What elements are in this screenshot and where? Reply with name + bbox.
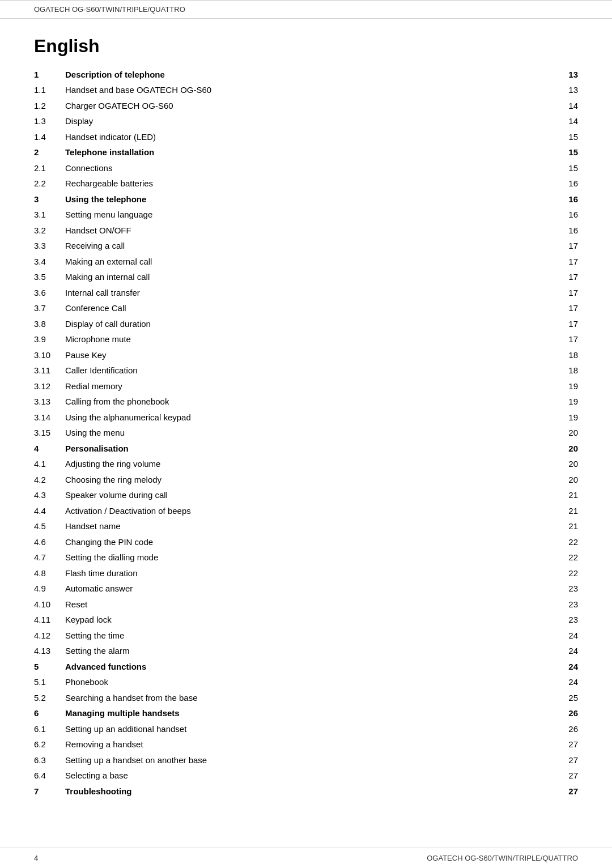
- toc-title: Handset indicator (LED): [65, 129, 547, 145]
- toc-num: 6.4: [34, 768, 65, 784]
- toc-title: Changing the PIN code: [65, 534, 547, 550]
- toc-num: 1.1: [34, 83, 65, 99]
- toc-page: 17: [547, 254, 578, 270]
- toc-page: 15: [547, 129, 578, 145]
- toc-page: 20: [547, 441, 578, 457]
- toc-row: 3.6Internal call transfer17: [34, 285, 578, 301]
- toc-page: 13: [547, 83, 578, 99]
- toc-title: Internal call transfer: [65, 285, 547, 301]
- toc-title: Connections: [65, 160, 547, 176]
- toc-page: 21: [547, 503, 578, 519]
- toc-title: Troubleshooting: [65, 784, 547, 799]
- toc-num: 6.3: [34, 752, 65, 768]
- toc-row: 3.4Making an external call17: [34, 254, 578, 270]
- toc-num: 4.2: [34, 472, 65, 488]
- toc-row: 5.1Phonebook24: [34, 675, 578, 691]
- toc-page: 19: [547, 394, 578, 410]
- toc-page: 26: [547, 706, 578, 722]
- page-title: English: [34, 36, 578, 57]
- toc-page: 20: [547, 457, 578, 473]
- toc-page: 27: [547, 784, 578, 799]
- toc-num: 4.11: [34, 612, 65, 628]
- toc-row: 3.13Calling from the phonebook19: [34, 394, 578, 410]
- toc-title: Handset ON/OFF: [65, 223, 547, 239]
- toc-page: 24: [547, 644, 578, 659]
- toc-title: Flash time duration: [65, 565, 547, 581]
- toc-page: 14: [547, 98, 578, 114]
- toc-title: Conference Call: [65, 301, 547, 317]
- toc-title: Using the menu: [65, 426, 547, 441]
- toc-page: 16: [547, 176, 578, 192]
- toc-num: 5.1: [34, 675, 65, 691]
- toc-num: 3.15: [34, 426, 65, 441]
- toc-num: 4.12: [34, 628, 65, 644]
- toc-row: 6.1Setting up an additional handset26: [34, 721, 578, 737]
- toc-num: 4.8: [34, 565, 65, 581]
- toc-num: 3.3: [34, 239, 65, 254]
- toc-title: Automatic answer: [65, 581, 547, 597]
- toc-row: 4Personalisation20: [34, 441, 578, 457]
- toc-page: 17: [547, 239, 578, 254]
- toc-row: 2Telephone installation15: [34, 145, 578, 161]
- toc-num: 3.7: [34, 301, 65, 317]
- toc-num: 4.3: [34, 488, 65, 504]
- toc-page: 15: [547, 160, 578, 176]
- toc-row: 6Managing multiple handsets26: [34, 706, 578, 722]
- toc-row: 4.12Setting the time24: [34, 628, 578, 644]
- toc-page: 24: [547, 628, 578, 644]
- toc-num: 4.7: [34, 550, 65, 566]
- toc-row: 7Troubleshooting27: [34, 784, 578, 799]
- toc-page: 17: [547, 270, 578, 286]
- toc-row: 2.1Connections15: [34, 160, 578, 176]
- toc-num: 1: [34, 67, 65, 83]
- toc-row: 3.12Redial memory19: [34, 378, 578, 394]
- toc-title: Phonebook: [65, 675, 547, 691]
- toc-row: 4.6Changing the PIN code22: [34, 534, 578, 550]
- toc-row: 1.1Handset and base OGATECH OG-S6013: [34, 83, 578, 99]
- toc-row: 3.11Caller Identification18: [34, 363, 578, 379]
- toc-num: 4.9: [34, 581, 65, 597]
- toc-title: Using the alphanumerical keypad: [65, 410, 547, 426]
- toc-title: Advanced functions: [65, 659, 547, 675]
- toc-page: 20: [547, 472, 578, 488]
- toc-title: Selecting a base: [65, 768, 547, 784]
- toc-title: Handset and base OGATECH OG-S60: [65, 83, 547, 99]
- toc-row: 3.3Receiving a call17: [34, 239, 578, 254]
- toc-num: 4.1: [34, 457, 65, 473]
- toc-title: Caller Identification: [65, 363, 547, 379]
- toc-row: 2.2Rechargeable batteries16: [34, 176, 578, 192]
- toc-title: Adjusting the ring volume: [65, 457, 547, 473]
- toc-title: Handset name: [65, 519, 547, 535]
- toc-page: 16: [547, 223, 578, 239]
- toc-num: 3.11: [34, 363, 65, 379]
- toc-title: Rechargeable batteries: [65, 176, 547, 192]
- header-text: OGATECH OG-S60/TWIN/TRIPLE/QUATTRO: [34, 5, 185, 14]
- toc-page: 17: [547, 285, 578, 301]
- toc-num: 5: [34, 659, 65, 675]
- toc-title: Reset: [65, 597, 547, 612]
- toc-page: 22: [547, 534, 578, 550]
- toc-num: 2.1: [34, 160, 65, 176]
- toc-page: 16: [547, 192, 578, 207]
- toc-title: Choosing the ring melody: [65, 472, 547, 488]
- toc-num: 3.6: [34, 285, 65, 301]
- toc-title: Calling from the phonebook: [65, 394, 547, 410]
- toc-page: 21: [547, 519, 578, 535]
- toc-row: 4.1Adjusting the ring volume20: [34, 457, 578, 473]
- toc-page: 23: [547, 581, 578, 597]
- toc-page: 27: [547, 737, 578, 753]
- toc-title: Charger OGATECH OG-S60: [65, 98, 547, 114]
- toc-num: 3.9: [34, 332, 65, 348]
- toc-page: 19: [547, 410, 578, 426]
- toc-row: 4.2Choosing the ring melody20: [34, 472, 578, 488]
- toc-num: 7: [34, 784, 65, 799]
- toc-num: 1.4: [34, 129, 65, 145]
- toc-row: 3.15Using the menu20: [34, 426, 578, 441]
- toc-row: 1.2Charger OGATECH OG-S6014: [34, 98, 578, 114]
- toc-num: 3.13: [34, 394, 65, 410]
- toc-num: 4.13: [34, 644, 65, 659]
- toc-row: 4.11Keypad lock23: [34, 612, 578, 628]
- toc-num: 3.4: [34, 254, 65, 270]
- toc-title: Setting menu language: [65, 207, 547, 223]
- toc-row: 4.9Automatic answer23: [34, 581, 578, 597]
